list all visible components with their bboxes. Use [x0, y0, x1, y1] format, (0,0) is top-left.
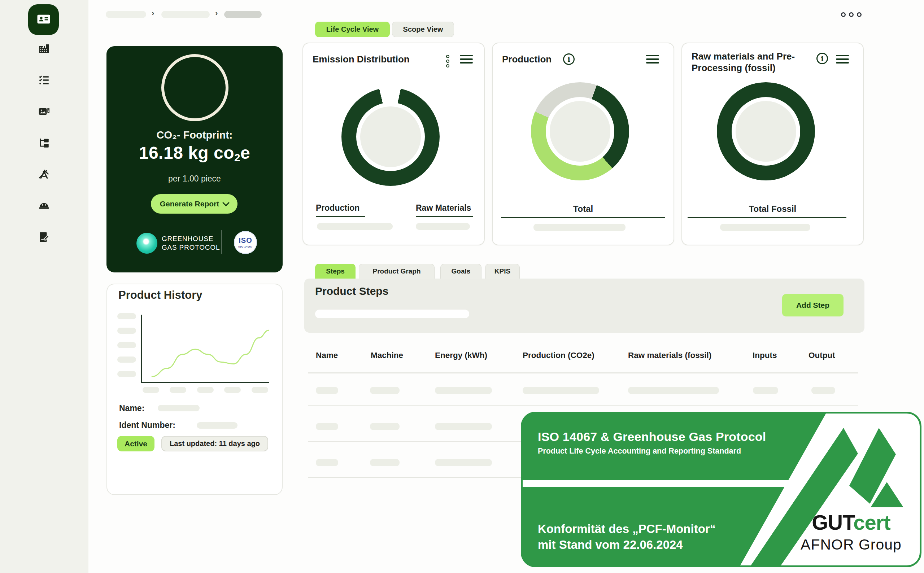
sidebar-item-contract[interactable]	[37, 230, 51, 245]
sidebar-item-helmet[interactable]	[37, 199, 51, 214]
x-tick-skeleton	[143, 387, 159, 393]
chevron-down-icon	[222, 199, 230, 207]
chart-x-axis	[141, 382, 269, 383]
column-header-name: Name	[316, 351, 338, 360]
afnor-group-label: AFNOR Group	[795, 536, 907, 553]
x-tick-skeleton	[170, 387, 186, 393]
product-steps-title: Product Steps	[315, 285, 388, 297]
x-tick-skeleton	[252, 387, 268, 393]
product-history-title: Product History	[118, 289, 202, 302]
last-updated-badge: Last updated: 11 days ago	[161, 436, 268, 451]
factory-icon	[38, 42, 50, 56]
y-tick-skeleton	[117, 328, 136, 334]
sidebar-item-structure[interactable]	[37, 136, 51, 151]
menu-icon[interactable]	[646, 55, 659, 66]
column-header-machine: Machine	[371, 351, 403, 360]
hard-hat-icon	[38, 199, 50, 214]
badge-headline: ISO 14067 & Greenhouse Gas Protocol	[538, 430, 766, 444]
column-header-output: Output	[808, 351, 835, 360]
name-value-skeleton	[158, 405, 200, 411]
gallery-icon	[38, 105, 50, 119]
table-divider	[308, 405, 858, 405]
signed-document-icon	[38, 230, 50, 245]
badge-conformity-text: Konformität des „PCF-Monitor“ mit Stand …	[538, 521, 716, 553]
more-options-icon[interactable]	[841, 12, 861, 17]
drafting-tools-icon	[38, 168, 50, 182]
y-tick-skeleton	[117, 342, 136, 348]
name-label: Name:	[119, 403, 144, 413]
info-icon[interactable]: i	[563, 53, 575, 65]
column-header-energy: Energy (kWh)	[435, 351, 487, 360]
table-divider	[308, 373, 858, 373]
badge-subline: Product Life Cycle Accounting and Report…	[538, 447, 741, 456]
sidebar-item-product-card[interactable]	[28, 4, 59, 35]
emission-donut-chart[interactable]	[341, 88, 440, 186]
y-tick-skeleton	[117, 313, 136, 319]
column-header-production: Production (CO2e)	[523, 351, 595, 360]
emission-card-title: Emission Distribution	[313, 53, 410, 65]
emission-label-raw-materials: Raw Materials	[416, 203, 471, 213]
underline	[316, 216, 365, 217]
value-skeleton	[416, 223, 470, 230]
generate-report-button[interactable]: Generate Report	[151, 194, 238, 214]
tree-structure-icon	[38, 136, 50, 151]
tab-kpis[interactable]: KPIS	[485, 264, 520, 279]
id-card-icon	[36, 11, 51, 28]
sidebar-item-factory[interactable]	[37, 42, 51, 56]
ident-value-skeleton	[197, 422, 238, 429]
tab-goals[interactable]: Goals	[440, 264, 481, 279]
scope-view-toggle[interactable]: Scope View	[392, 22, 454, 37]
underline	[501, 217, 665, 218]
column-header-inputs: Inputs	[753, 351, 777, 360]
raw-materials-donut-chart[interactable]	[717, 82, 815, 180]
value-skeleton	[720, 224, 810, 231]
life-cycle-view-toggle[interactable]: Life Cycle View	[315, 22, 390, 37]
sidebar-item-checklist[interactable]	[37, 74, 51, 88]
breadcrumb-item-skeleton[interactable]	[106, 11, 146, 18]
ident-number-label: Ident Number:	[119, 420, 175, 430]
underline	[416, 216, 473, 217]
underline	[688, 217, 846, 218]
sidebar-item-gallery[interactable]	[37, 105, 51, 119]
ghg-protocol-logo-text: GREENHOUSE GAS PROTOCOL	[162, 235, 220, 252]
menu-icon[interactable]	[836, 55, 849, 66]
production-card-title: Production	[502, 53, 551, 65]
sidebar-item-tools[interactable]	[37, 168, 51, 182]
checklist-icon	[38, 74, 50, 88]
value-skeleton	[317, 223, 393, 230]
value-skeleton	[534, 224, 625, 231]
gutcert-certification-badge: ISO 14067 & Greenhouse Gas Protocol Prod…	[521, 412, 921, 567]
footprint-title: CO₂- Footprint:	[106, 129, 283, 141]
column-header-raw: Raw materials (fossil)	[628, 351, 711, 360]
raw-card-title: Raw materials and Pre-Processing (fossil…	[692, 50, 811, 74]
pcf-monitor-dashboard: › › CO₂- Footprint: 16.18 kg co2e per 1.…	[0, 0, 924, 573]
menu-icon[interactable]	[460, 55, 473, 66]
iso-14067-badge-icon: ISO ISO 14067	[234, 231, 257, 254]
production-label-total: Total	[492, 204, 674, 214]
emission-label-production: Production	[316, 203, 360, 213]
production-donut-chart[interactable]	[531, 82, 629, 180]
gutcert-wordmark: GUTcert AFNOR Group	[795, 512, 907, 553]
logo-divider	[221, 230, 222, 254]
add-step-button[interactable]: Add Step	[782, 294, 844, 316]
y-tick-skeleton	[117, 357, 136, 363]
status-badge[interactable]: Active	[117, 436, 155, 451]
sidebar	[0, 0, 88, 573]
raw-label-total-fossil: Total Fossil	[681, 204, 864, 214]
tab-steps[interactable]: Steps	[315, 264, 356, 279]
product-photo	[161, 54, 229, 121]
breadcrumb-separator: ›	[215, 9, 218, 18]
subtitle-skeleton	[315, 310, 469, 318]
footprint-value: 16.18 kg co2e	[106, 143, 283, 164]
history-line-chart	[142, 318, 269, 381]
info-icon[interactable]: i	[816, 53, 828, 64]
ghg-protocol-logo-icon	[136, 233, 157, 254]
footprint-per-unit: per 1.00 piece	[106, 174, 283, 184]
breadcrumb-separator: ›	[152, 9, 154, 18]
kebab-menu-icon[interactable]	[446, 55, 449, 69]
x-tick-skeleton	[224, 387, 241, 393]
y-tick-skeleton	[117, 371, 136, 377]
breadcrumb-item-skeleton[interactable]	[161, 11, 210, 18]
breadcrumb-item-current-skeleton	[224, 11, 262, 18]
tab-product-graph[interactable]: Product Graph	[359, 264, 435, 279]
